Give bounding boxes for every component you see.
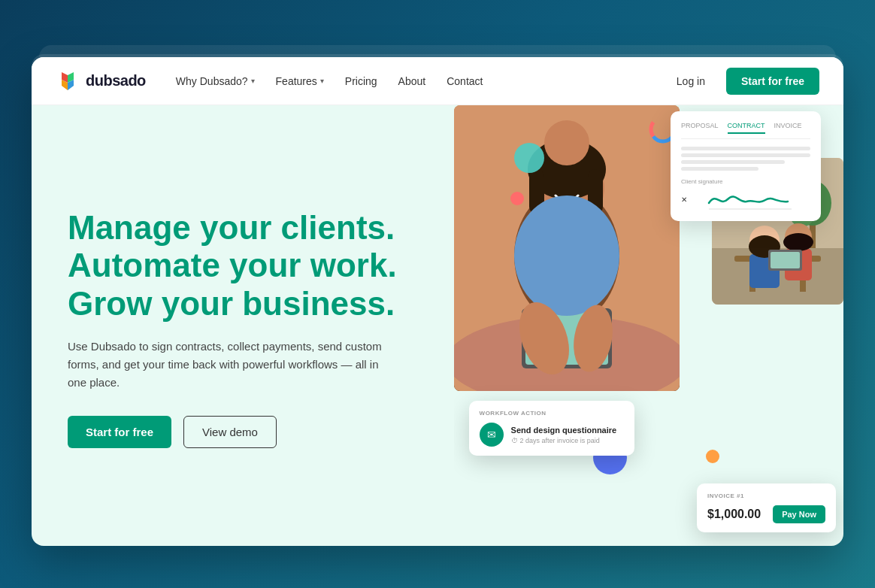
contract-line-2 xyxy=(681,153,810,157)
nav-item-features[interactable]: Features ▾ xyxy=(267,69,333,93)
hero-section: Manage your clients. Automate your work.… xyxy=(32,105,843,546)
teal-dot xyxy=(514,143,544,173)
orange-dot xyxy=(706,450,719,463)
chevron-down-icon: ▾ xyxy=(320,77,324,85)
hero-buttons: Start for free View demo xyxy=(68,416,424,448)
nav-item-why-dubsado[interactable]: Why Dubsado? ▾ xyxy=(167,69,264,93)
nav-start-free-button[interactable]: Start for free xyxy=(726,68,819,95)
contract-tab[interactable]: CONTRACT xyxy=(728,122,765,134)
svg-point-13 xyxy=(514,195,619,316)
woman-figure xyxy=(454,105,680,391)
login-button[interactable]: Log in xyxy=(668,69,714,93)
nav-right: Log in Start for free xyxy=(668,68,819,95)
navbar: dubsado Why Dubsado? ▾ Features ▾ Pricin… xyxy=(32,57,843,105)
workflow-card: WORKFLOW ACTION ✉ Send design questionna… xyxy=(469,401,634,456)
signature-drawing xyxy=(690,188,810,211)
logo-icon xyxy=(56,69,80,93)
workflow-subtitle: ⏱ 2 days after invoice is paid xyxy=(511,437,617,444)
woman-svg xyxy=(454,105,680,391)
invoice-amount: $1,000.00 xyxy=(707,508,761,521)
signature-area: Client signature ✕ xyxy=(681,178,810,211)
workflow-text: Send design questionnaire ⏱ 2 days after… xyxy=(511,426,617,444)
hero-subtext: Use Dubsado to sign contracts, collect p… xyxy=(68,338,383,392)
contract-line-3 xyxy=(681,160,785,164)
workflow-header: WORKFLOW ACTION xyxy=(480,410,624,417)
hero-heading: Manage your clients. Automate your work.… xyxy=(68,209,424,323)
chevron-down-icon: ▾ xyxy=(251,77,255,85)
invoice-header: INVOICE #1 xyxy=(707,493,825,499)
signature-label: Client signature xyxy=(681,178,810,185)
nav-item-about[interactable]: About xyxy=(389,69,435,93)
contract-line-1 xyxy=(681,147,810,150)
invoice-card: INVOICE #1 $1,000.00 Pay Now xyxy=(697,483,836,532)
signature-line: ✕ xyxy=(681,188,810,211)
svg-point-30 xyxy=(783,233,813,251)
workflow-title: Send design questionnaire xyxy=(511,426,617,435)
contract-tabs: PROPOSAL CONTRACT INVOICE xyxy=(681,122,810,139)
pay-now-button[interactable]: Pay Now xyxy=(773,505,825,523)
nav-links: Why Dubsado? ▾ Features ▾ Pricing About … xyxy=(167,69,668,93)
hero-photo-main xyxy=(454,105,680,391)
signature-x-mark: ✕ xyxy=(681,195,687,204)
hero-right: PROPOSAL CONTRACT INVOICE Client signatu… xyxy=(454,105,843,546)
clock-icon: ⏱ xyxy=(511,437,518,444)
nav-item-contact[interactable]: Contact xyxy=(438,69,492,93)
contract-card: PROPOSAL CONTRACT INVOICE Client signatu… xyxy=(671,111,821,221)
red-dot xyxy=(510,192,524,205)
svg-rect-32 xyxy=(771,252,800,268)
invoice-row: $1,000.00 Pay Now xyxy=(707,505,825,523)
hero-left: Manage your clients. Automate your work.… xyxy=(32,105,454,546)
hero-start-free-button[interactable]: Start for free xyxy=(68,416,171,448)
main-content-card: dubsado Why Dubsado? ▾ Features ▾ Pricin… xyxy=(32,57,843,546)
contract-line-4 xyxy=(681,167,758,171)
logo-area[interactable]: dubsado xyxy=(56,69,146,93)
workflow-body: ✉ Send design questionnaire ⏱ 2 days aft… xyxy=(480,423,624,447)
proposal-tab[interactable]: PROPOSAL xyxy=(681,122,719,134)
invoice-tab-small[interactable]: INVOICE xyxy=(774,122,802,134)
logo-text: dubsado xyxy=(86,72,146,89)
nav-item-pricing[interactable]: Pricing xyxy=(336,69,386,93)
workflow-icon: ✉ xyxy=(480,423,504,447)
contract-lines xyxy=(681,147,810,171)
hero-view-demo-button[interactable]: View demo xyxy=(183,416,277,448)
